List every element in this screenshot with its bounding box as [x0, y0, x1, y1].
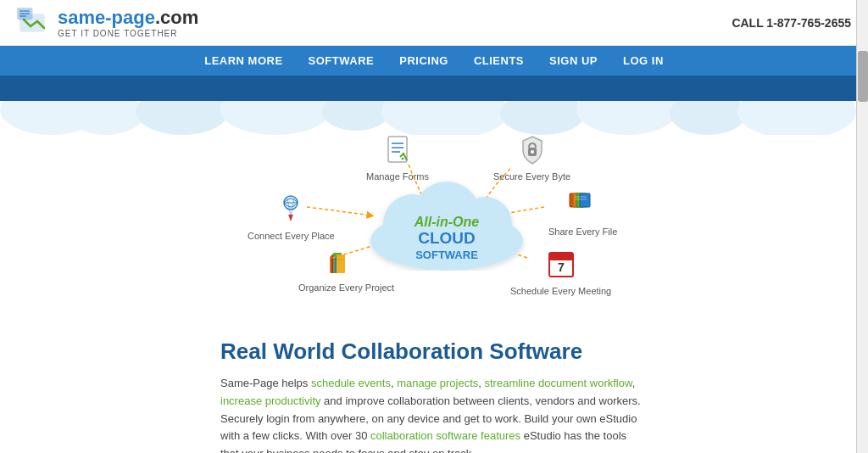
svg-text:SOFTWARE: SOFTWARE	[415, 249, 478, 261]
logo-tagline: GET IT DONE TOGETHER	[58, 29, 198, 38]
nav-software[interactable]: SOFTWARE	[309, 54, 375, 67]
header: same-page.com GET IT DONE TOGETHER CALL …	[0, 0, 868, 46]
nav-pricing[interactable]: PRICING	[399, 54, 448, 67]
svg-text:All-in-One: All-in-One	[414, 215, 480, 229]
nav-signup[interactable]: SIGN UP	[549, 54, 598, 67]
cloud-main: All-in-One CLOUD SOFTWARE	[362, 169, 531, 262]
logo-text: same-page.com GET IT DONE TOGETHER	[58, 7, 198, 38]
cloud-section: Manage Forms Secure Every Byte	[0, 101, 868, 313]
logo-area: same-page.com GET IT DONE TOGETHER	[17, 7, 198, 38]
link-manage[interactable]: manage projects	[397, 377, 478, 389]
scrollbar-thumb[interactable]	[858, 51, 868, 102]
cloud-svg: All-in-One CLOUD SOFTWARE	[362, 169, 531, 271]
nav-clients[interactable]: CLIENTS	[474, 54, 524, 67]
blue-banner	[0, 76, 868, 101]
logo-name: same-page.com	[58, 7, 198, 29]
svg-text:CLOUD: CLOUD	[418, 229, 476, 247]
phone-number: CALL 1-877-765-2655	[732, 16, 851, 30]
link-streamline[interactable]: streamline document workflow	[485, 377, 632, 389]
logo-icon	[17, 8, 51, 38]
link-schedule[interactable]: schedule events	[311, 377, 391, 389]
cloud-diagram-container: Manage Forms Secure Every Byte	[222, 118, 646, 305]
scrollbar[interactable]	[856, 0, 868, 453]
link-features[interactable]: collaboration software features	[370, 429, 520, 442]
nav-learn-more[interactable]: LEARN MORE	[204, 54, 282, 67]
content-heading: Real World Collaboration Software	[220, 338, 648, 365]
content-section: Real World Collaboration Software Same-P…	[0, 313, 868, 453]
content-body: Same-Page helps schedule events, manage …	[220, 375, 648, 453]
link-productivity[interactable]: increase productivity	[220, 394, 321, 407]
nav-login[interactable]: LOG IN	[623, 54, 664, 67]
navigation: LEARN MORE SOFTWARE PRICING CLIENTS SIGN…	[0, 46, 868, 76]
